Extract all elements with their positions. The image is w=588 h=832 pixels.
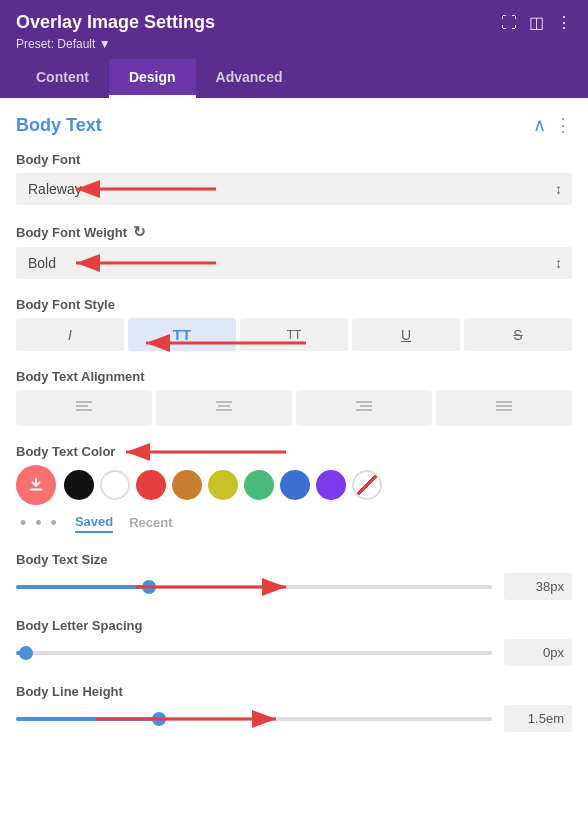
body-text-alignment-field: Body Text Alignment: [16, 369, 572, 426]
body-line-height-track[interactable]: [16, 717, 492, 721]
body-text-size-slider-row: [16, 573, 572, 600]
style-uppercase-btn[interactable]: TT: [240, 318, 348, 351]
color-swatch-red[interactable]: [136, 470, 166, 500]
more-options-icon[interactable]: ⋮: [556, 13, 572, 32]
body-letter-spacing-input[interactable]: [504, 639, 572, 666]
body-line-height-input[interactable]: [504, 705, 572, 732]
body-font-weight-select[interactable]: Bold Thin Light Regular Extra Bold Black: [16, 247, 572, 279]
body-font-weight-field: Body Font Weight ↻ Bold Thin Light Regul…: [16, 223, 572, 279]
header: Overlay Image Settings ⛶ ◫ ⋮ Preset: Def…: [0, 0, 588, 98]
color-section: • • • Saved Recent: [16, 465, 572, 534]
color-tab-saved[interactable]: Saved: [75, 514, 113, 533]
header-title: Overlay Image Settings: [16, 12, 215, 33]
section-header: Body Text ∧ ⋮: [16, 114, 572, 136]
body-text-size-field: Body Text Size: [16, 552, 572, 600]
preset-label[interactable]: Preset: Default: [16, 37, 95, 51]
body-text-size-track[interactable]: [16, 585, 492, 589]
header-icons: ⛶ ◫ ⋮: [501, 13, 572, 32]
content-area: Body Text ∧ ⋮ Body Font Raleway Open San…: [0, 98, 588, 766]
collapse-icon[interactable]: ∧: [533, 114, 546, 136]
body-text-size-label: Body Text Size: [16, 552, 108, 567]
preset-dropdown-arrow: ▼: [99, 37, 111, 51]
color-tabs-row: • • • Saved Recent: [16, 513, 572, 534]
reset-font-weight-icon[interactable]: ↻: [133, 223, 146, 241]
selected-color-swatch[interactable]: [16, 465, 56, 505]
align-right-btn[interactable]: [296, 390, 432, 426]
style-bold-btn[interactable]: TT: [128, 318, 236, 351]
section-title: Body Text: [16, 115, 102, 136]
body-font-style-label: Body Font Style: [16, 297, 115, 312]
font-style-buttons: I TT TT U S: [16, 318, 572, 351]
body-font-field: Body Font Raleway Open Sans Roboto Lato …: [16, 152, 572, 205]
body-letter-spacing-track[interactable]: [16, 651, 492, 655]
body-font-label: Body Font: [16, 152, 80, 167]
section-header-right: ∧ ⋮: [533, 114, 572, 136]
color-swatch-white[interactable]: [100, 470, 130, 500]
body-text-size-fill: [16, 585, 149, 589]
color-tab-recent[interactable]: Recent: [129, 515, 172, 532]
body-font-weight-select-wrapper: Bold Thin Light Regular Extra Bold Black…: [16, 247, 572, 279]
align-justify-btn[interactable]: [436, 390, 572, 426]
columns-icon[interactable]: ◫: [529, 13, 544, 32]
body-line-height-thumb[interactable]: [152, 712, 166, 726]
body-text-alignment-label: Body Text Alignment: [16, 369, 145, 384]
color-swatch-purple[interactable]: [316, 470, 346, 500]
section-more-icon[interactable]: ⋮: [554, 114, 572, 136]
body-font-weight-label: Body Font Weight: [16, 225, 127, 240]
color-row: [16, 465, 572, 505]
body-text-size-thumb[interactable]: [142, 580, 156, 594]
body-letter-spacing-slider-row: [16, 639, 572, 666]
tab-content[interactable]: Content: [16, 59, 109, 98]
more-swatches-icon[interactable]: • • •: [20, 513, 59, 534]
color-swatch-orange[interactable]: [172, 470, 202, 500]
tabs: Content Design Advanced: [16, 59, 572, 98]
body-line-height-label: Body Line Height: [16, 684, 123, 699]
body-letter-spacing-thumb[interactable]: [19, 646, 33, 660]
color-swatch-black[interactable]: [64, 470, 94, 500]
body-letter-spacing-label: Body Letter Spacing: [16, 618, 142, 633]
style-strikethrough-btn[interactable]: S: [464, 318, 572, 351]
color-swatch-transparent[interactable]: [352, 470, 382, 500]
red-arrow-color: [116, 440, 296, 464]
style-underline-btn[interactable]: U: [352, 318, 460, 351]
align-left-btn[interactable]: [16, 390, 152, 426]
body-font-select-wrapper: Raleway Open Sans Roboto Lato Montserrat…: [16, 173, 572, 205]
color-swatch-green[interactable]: [244, 470, 274, 500]
tab-advanced[interactable]: Advanced: [196, 59, 303, 98]
style-italic-btn[interactable]: I: [16, 318, 124, 351]
color-swatches: [64, 470, 382, 500]
body-font-style-field: Body Font Style I TT TT U S: [16, 297, 572, 351]
body-text-color-field: Body Text Color: [16, 444, 572, 534]
color-swatch-blue[interactable]: [280, 470, 310, 500]
body-text-color-label: Body Text Color: [16, 444, 115, 459]
body-line-height-slider-row: [16, 705, 572, 732]
color-swatch-yellow[interactable]: [208, 470, 238, 500]
body-font-select[interactable]: Raleway Open Sans Roboto Lato Montserrat: [16, 173, 572, 205]
body-letter-spacing-field: Body Letter Spacing: [16, 618, 572, 666]
body-line-height-field: Body Line Height: [16, 684, 572, 732]
fullscreen-icon[interactable]: ⛶: [501, 14, 517, 32]
body-line-height-fill: [16, 717, 159, 721]
align-center-btn[interactable]: [156, 390, 292, 426]
alignment-buttons: [16, 390, 572, 426]
body-text-size-input[interactable]: [504, 573, 572, 600]
tab-design[interactable]: Design: [109, 59, 196, 98]
